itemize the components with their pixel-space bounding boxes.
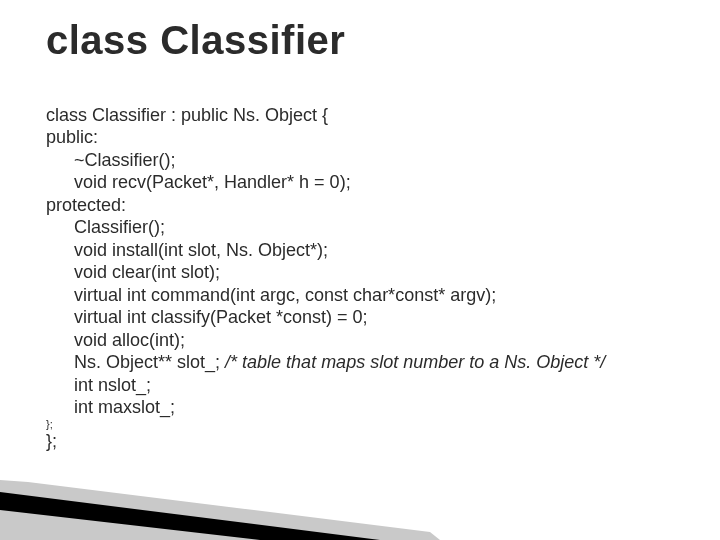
svg-marker-0 — [0, 490, 420, 540]
code-line: Ns. Object** slot_; /* table that maps s… — [46, 351, 684, 374]
slide-title: class Classifier — [46, 18, 684, 63]
code-block: class Classifier : public Ns. Object { p… — [46, 81, 684, 475]
svg-marker-2 — [0, 492, 380, 540]
code-line: void recv(Packet*, Handler* h = 0); — [46, 171, 684, 194]
code-line: ~Classifier(); — [46, 149, 684, 172]
code-line: }; — [46, 431, 57, 451]
code-line: void alloc(int); — [46, 329, 684, 352]
code-comment: /* table that maps slot number to a Ns. … — [225, 352, 605, 372]
code-line: virtual int classify(Packet *const) = 0; — [46, 306, 684, 329]
code-line: virtual int command(int argc, const char… — [46, 284, 684, 307]
code-line: class Classifier : public Ns. Object { — [46, 105, 328, 125]
code-line: int maxslot_; — [46, 396, 684, 419]
slide: class Classifier class Classifier : publ… — [0, 0, 720, 540]
svg-marker-1 — [0, 480, 440, 540]
code-line: void clear(int slot); — [46, 261, 684, 284]
code-line: public: — [46, 127, 98, 147]
code-line: void install(int slot, Ns. Object*); — [46, 239, 684, 262]
code-line: Classifier(); — [46, 216, 684, 239]
code-line: protected: — [46, 195, 126, 215]
code-line: }; — [46, 419, 684, 430]
code-line: int nslot_; — [46, 374, 684, 397]
